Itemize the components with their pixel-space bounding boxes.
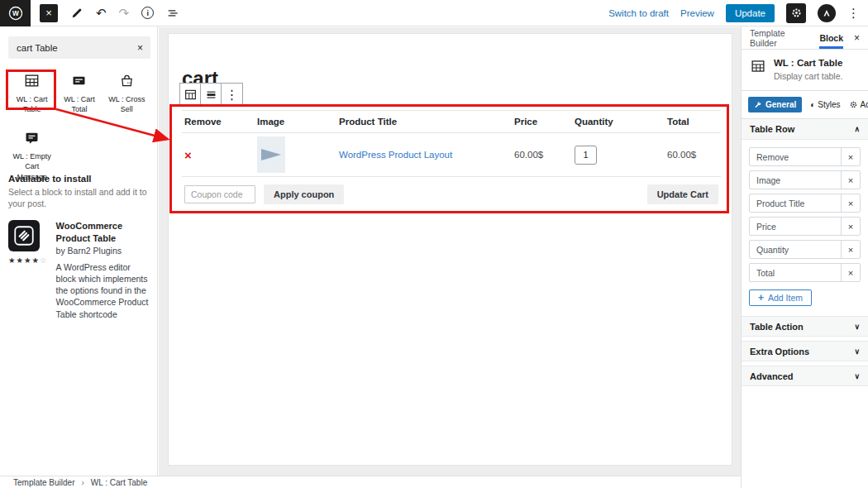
edit-pencil-icon[interactable] [70, 7, 83, 20]
align-icon [204, 88, 218, 102]
plugin-card[interactable]: ★★★★☆ WooCommerce Product Table by Barn2… [8, 220, 151, 319]
block-label: WL : Cross Sell [104, 94, 150, 114]
top-toolbar: W × ↶ ↷ i Switch to draft Preview Update [0, 0, 868, 26]
add-item-label: Add Item [768, 293, 803, 303]
row-item-total[interactable]: Total × [749, 263, 861, 282]
apply-coupon-button[interactable]: Apply coupon [264, 184, 344, 204]
available-subtitle: Select a block to install and add it to … [8, 187, 151, 209]
switch-to-draft-link[interactable]: Switch to draft [608, 8, 669, 18]
delete-item-icon[interactable]: × [841, 264, 860, 281]
panel-table-row[interactable]: Table Row ∧ [742, 119, 868, 140]
block-card-title: WL : Cart Table [774, 58, 842, 68]
editor-content-area: cart ⋮ Remo [159, 27, 741, 476]
breadcrumb-cart-table[interactable]: WL : Cart Table [91, 478, 147, 487]
row-item-label: Price [750, 218, 841, 235]
preview-link[interactable]: Preview [680, 8, 714, 18]
delete-item-icon[interactable]: × [841, 148, 860, 165]
col-header: Image [255, 117, 336, 127]
tab-block[interactable]: Block [819, 26, 843, 49]
delete-item-icon[interactable]: × [841, 194, 860, 212]
block-item-cart-total[interactable]: WL : Cart Total [55, 65, 103, 117]
plugin-a-badge[interactable] [818, 4, 836, 22]
options-menu-icon[interactable]: ⋮ [847, 7, 860, 19]
topbar-actions: Switch to draft Preview Update ⋮ [608, 3, 868, 23]
panel-title: Table Action [750, 322, 804, 332]
block-item-cross-sell[interactable]: WL : Cross Sell [103, 65, 150, 117]
close-sidebar-icon[interactable]: × [854, 26, 860, 49]
panel-title: Extra Options [750, 347, 809, 356]
update-cart-button[interactable]: Update Cart [647, 184, 718, 204]
coupon-code-input[interactable] [184, 185, 255, 203]
wordpress-logo-button[interactable]: W [0, 0, 31, 26]
cart-item-row: × WordPress Product Layout 60.00$ 60.00$ [182, 133, 721, 177]
block-inserter-sidebar: × WL : Cart Table WL : Cart Total [0, 26, 158, 476]
delete-item-icon[interactable]: × [841, 171, 860, 189]
settings-toggle-button[interactable] [786, 3, 806, 23]
block-toolbar: ⋮ [179, 83, 243, 106]
block-search-input[interactable] [8, 43, 130, 53]
product-total: 60.00$ [667, 150, 696, 160]
row-item-product-title[interactable]: Product Title × [749, 194, 861, 213]
add-item-button[interactable]: + Add Item [749, 289, 812, 306]
quantity-input[interactable] [575, 146, 597, 165]
tab-general[interactable]: General [748, 97, 802, 112]
plugin-author: by Barn2 Plugins [56, 246, 151, 256]
gear-icon [790, 7, 803, 19]
tab-template-builder[interactable]: Template Builder [750, 26, 808, 49]
editor-tools: ↶ ↷ i [70, 7, 179, 20]
breadcrumb-template-builder[interactable]: Template Builder [13, 478, 74, 487]
col-header: Price [512, 117, 572, 127]
block-inserter-toggle[interactable]: × [40, 4, 58, 22]
wordpress-icon: W [7, 4, 25, 22]
block-type-button[interactable] [180, 84, 201, 105]
product-thumbnail[interactable] [257, 136, 285, 173]
clear-search-icon[interactable]: × [130, 42, 150, 54]
panel-title: Advanced [750, 371, 794, 381]
row-item-price[interactable]: Price × [749, 217, 861, 236]
block-align-button[interactable] [201, 84, 222, 105]
tab-advanced[interactable]: Advanced [849, 100, 868, 109]
list-view-icon[interactable] [166, 7, 179, 20]
remove-item-icon[interactable]: × [184, 148, 192, 162]
barn2-plugin-logo [8, 220, 40, 251]
undo-icon[interactable]: ↶ [96, 7, 107, 19]
row-item-label: Product Title [750, 194, 841, 212]
panel-extra-options[interactable]: Extra Options ∨ [742, 341, 868, 361]
tab-general-label: General [765, 100, 796, 109]
panel-advanced[interactable]: Advanced ∨ [742, 366, 868, 386]
block-search-box: × [8, 36, 150, 59]
plus-icon: + [758, 293, 764, 303]
chevron-down-icon: ∨ [854, 323, 860, 331]
block-item-cart-table[interactable]: WL : Cart Table [8, 65, 55, 117]
table-row-items: Remove × Image × Product Title × Price ×… [742, 140, 868, 289]
col-header: Quantity [572, 117, 665, 127]
update-button[interactable]: Update [726, 4, 775, 22]
block-results-grid: WL : Cart Table WL : Cart Total WL : Cro… [8, 65, 150, 185]
details-info-icon[interactable]: i [141, 7, 154, 19]
sidebar-tabs: Template Builder Block × [742, 26, 868, 50]
panel-table-action[interactable]: Table Action ∨ [742, 316, 868, 337]
ellipsis-icon: ⋮ [226, 87, 239, 103]
delete-item-icon[interactable]: × [841, 241, 860, 258]
tab-styles[interactable]: ◐ Styles [810, 100, 840, 109]
block-card-description: Display cart table. [774, 71, 842, 81]
cart-table-block: Remove Image Product Title Price Quantit… [182, 110, 721, 213]
gutenberg-editor: W × ↶ ↷ i Switch to draft Preview Update [0, 0, 868, 488]
redo-icon[interactable]: ↷ [119, 7, 130, 19]
row-item-quantity[interactable]: Quantity × [749, 240, 861, 259]
table-block-icon [184, 88, 198, 102]
close-icon: × [45, 7, 52, 19]
styles-icon: ◐ [810, 101, 815, 109]
product-title-link[interactable]: WordPress Product Layout [339, 150, 452, 160]
cart-table-header: Remove Image Product Title Price Quantit… [182, 111, 721, 133]
cart-table-footer: Apply coupon Update Cart [182, 177, 721, 213]
cart-total-icon [70, 72, 88, 89]
table-block-icon [750, 58, 766, 74]
row-item-remove[interactable]: Remove × [749, 147, 861, 166]
delete-item-icon[interactable]: × [841, 218, 860, 235]
available-title: Available to install [8, 174, 151, 184]
settings-sidebar: Template Builder Block × WL : Cart Table… [741, 26, 868, 488]
row-item-image[interactable]: Image × [749, 170, 861, 189]
svg-text:W: W [12, 9, 19, 17]
block-options-button[interactable]: ⋮ [222, 84, 242, 105]
